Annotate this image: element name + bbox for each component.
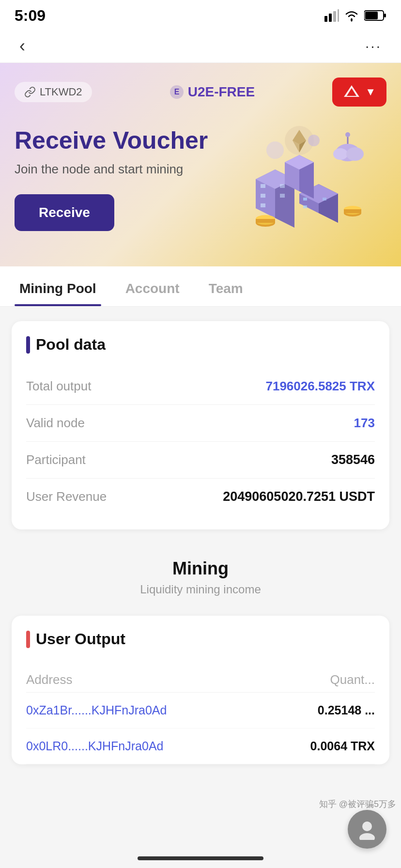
participant-row: Participant 358546 bbox=[26, 442, 375, 479]
watermark: 知乎 @被评骗5万多 bbox=[319, 798, 396, 810]
output-quantity-2: 0.0064 TRX bbox=[310, 739, 375, 753]
floating-avatar[interactable] bbox=[348, 810, 386, 849]
user-output-card: User Output Address Quant... 0xZa1Br....… bbox=[12, 616, 389, 764]
nav-bar: ‹ ··· bbox=[0, 29, 401, 63]
output-table-header: Address Quant... bbox=[26, 663, 375, 693]
pool-data-card: Pool data Total output 7196026.5825 TRX … bbox=[12, 321, 389, 529]
svg-point-49 bbox=[359, 833, 375, 840]
mining-title: Mining bbox=[12, 558, 389, 579]
badge-text: LTKWD2 bbox=[40, 86, 82, 98]
user-revenue-label: User Revenue bbox=[26, 489, 107, 504]
output-row-1: 0xZa1Br......KJHFnJra0Ad 0.25148 ... bbox=[26, 693, 375, 728]
user-revenue-row: User Revenue 20490605020.7251 USDT bbox=[26, 479, 375, 515]
bottom-bar bbox=[138, 856, 263, 860]
status-icons bbox=[324, 9, 386, 22]
back-button[interactable]: ‹ bbox=[15, 31, 30, 61]
content-area: Pool data Total output 7196026.5825 TRX … bbox=[0, 307, 401, 779]
svg-rect-1 bbox=[329, 14, 332, 22]
wifi-icon bbox=[344, 9, 359, 22]
svg-rect-0 bbox=[324, 16, 327, 22]
total-output-row: Total output 7196026.5825 TRX bbox=[26, 368, 375, 405]
svg-point-48 bbox=[362, 822, 372, 831]
user-output-title-bar bbox=[26, 631, 30, 648]
user-output-title: User Output bbox=[26, 630, 375, 648]
total-output-label: Total output bbox=[26, 379, 91, 394]
hero-heading: Receive Voucher bbox=[15, 126, 386, 155]
quantity-column-header: Quant... bbox=[330, 672, 375, 687]
hero-top-row: LTKWD2 Ε U2E-FREE ▼ bbox=[15, 78, 386, 107]
tron-logo bbox=[343, 83, 360, 101]
svg-rect-6 bbox=[365, 12, 378, 19]
tab-team[interactable]: Team bbox=[204, 266, 248, 306]
avatar-icon bbox=[356, 819, 378, 840]
pool-data-title: Pool data bbox=[26, 336, 375, 354]
link-icon bbox=[24, 86, 36, 98]
svg-rect-2 bbox=[333, 11, 336, 22]
hero-banner: LTKWD2 Ε U2E-FREE ▼ Receive Voucher Join… bbox=[0, 63, 401, 266]
status-time: 5:09 bbox=[15, 7, 46, 25]
user-revenue-value: 20490605020.7251 USDT bbox=[223, 489, 375, 504]
output-row-2: 0x0LR0......KJHFnJra0Ad 0.0064 TRX bbox=[26, 728, 375, 764]
hero-text-block: Receive Voucher Join the node and start … bbox=[15, 126, 386, 231]
address-column-header: Address bbox=[26, 672, 72, 687]
more-button[interactable]: ··· bbox=[360, 33, 386, 59]
valid-node-row: Valid node 173 bbox=[26, 405, 375, 442]
output-address-2: 0x0LR0......KJHFnJra0Ad bbox=[26, 739, 163, 753]
pool-title-bar bbox=[26, 336, 30, 354]
output-quantity-1: 0.25148 ... bbox=[318, 703, 375, 717]
tab-mining-pool[interactable]: Mining Pool bbox=[15, 266, 101, 306]
svg-rect-3 bbox=[338, 9, 339, 22]
battery-icon bbox=[364, 10, 386, 21]
participant-value: 358546 bbox=[331, 452, 375, 467]
total-output-value: 7196026.5825 TRX bbox=[265, 379, 375, 394]
receive-button[interactable]: Receive bbox=[15, 194, 114, 231]
tab-account[interactable]: Account bbox=[121, 266, 185, 306]
mining-section: Mining Liquidity mining income bbox=[12, 544, 389, 606]
brand-icon: Ε bbox=[170, 85, 184, 99]
tabs-container: Mining Pool Account Team bbox=[0, 266, 401, 307]
hero-subtext: Join the node and start mining bbox=[15, 162, 386, 177]
svg-point-4 bbox=[351, 19, 353, 21]
brand-name: Ε U2E-FREE bbox=[170, 84, 255, 100]
valid-node-value: 173 bbox=[354, 416, 375, 431]
svg-rect-7 bbox=[384, 14, 386, 17]
svg-text:Ε: Ε bbox=[174, 88, 179, 96]
signal-icon bbox=[324, 9, 339, 22]
participant-label: Participant bbox=[26, 452, 86, 467]
output-address-1: 0xZa1Br......KJHFnJra0Ad bbox=[26, 703, 167, 717]
tron-dropdown: ▼ bbox=[365, 86, 376, 98]
tron-button[interactable]: ▼ bbox=[332, 78, 386, 107]
mining-subtitle: Liquidity mining income bbox=[12, 583, 389, 596]
hero-badge[interactable]: LTKWD2 bbox=[15, 82, 92, 102]
status-bar: 5:09 bbox=[0, 0, 401, 29]
valid-node-label: Valid node bbox=[26, 416, 85, 431]
